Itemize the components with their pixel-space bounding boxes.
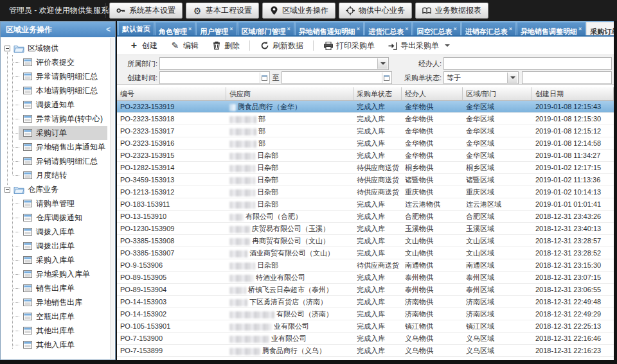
table-row[interactable]: PO-2323-153919腾食品商行（金华）完成入库金华物供金华区域2019-… <box>117 101 614 113</box>
cell-supplier: 日杂部 <box>226 198 353 210</box>
tree-expander-icon[interactable] <box>4 46 10 51</box>
chevron-down-icon[interactable] <box>507 73 517 83</box>
tree-expander-icon[interactable] <box>4 187 10 193</box>
toolbar-button-创建[interactable]: +创建 <box>123 38 163 53</box>
calendar-icon[interactable] <box>382 73 391 83</box>
table-row[interactable]: PO-14-153903下区勇清百货店（济南）完成入库济南物供济南区域2018-… <box>117 296 614 308</box>
toolbar-button-刷新数据[interactable]: 刷新数据 <box>254 38 309 53</box>
column-header-创建日期[interactable]: 创建日期 <box>532 87 614 100</box>
sidebar-item-销售出库单[interactable]: 销售出库单 <box>19 281 107 295</box>
tab-进销存汇总表[interactable]: 进销存汇总表× <box>461 22 516 35</box>
table-row[interactable]: PO-2323-153915日杂部完成入库金华物供金华区域2019-01-08 … <box>117 150 614 162</box>
table-row[interactable]: PO-7-153899腾食品商行（义乌）完成入库义乌物供义乌区域2018-12-… <box>117 345 614 357</box>
sidebar-item-仓库调拨通知[interactable]: 仓库调拨通知 <box>19 211 107 225</box>
table-row[interactable]: PO-89-153905特酒业有限公司完成入库泰州物供泰州区域2018-12-3… <box>117 272 614 284</box>
sidebar-collapse-icon[interactable]: < <box>106 22 111 37</box>
tab-角色管理[interactable]: 角色管理× <box>155 22 195 35</box>
table-row[interactable]: PO-13-153910有限公司（合肥）完成入库合肥物供合肥区域2018-12-… <box>117 211 614 223</box>
sidebar-item-月度结转[interactable]: 月度结转 <box>19 168 107 182</box>
cell-created: 2018-12-31 23:40:13 <box>532 223 614 234</box>
tab-区域/部门管理[interactable]: 区域/部门管理× <box>238 22 294 35</box>
table-row[interactable]: PO-1230-153909庆贸易有限公司（玉溪）完成入库玉溪物供玉溪区域201… <box>117 223 614 235</box>
table-row[interactable]: PO-2323-153917部完成入库金华物供金华区域2019-01-08 12… <box>117 125 614 137</box>
created-to-input[interactable] <box>282 71 392 84</box>
table-row[interactable]: PO-2323-153918部完成入库金华物供金华区域2019-01-08 12… <box>117 113 614 125</box>
sidebar-item-本地请购明细汇总[interactable]: 本地请购明细汇总 <box>19 83 107 98</box>
chevron-down-icon[interactable] <box>377 58 388 69</box>
sidebar-item-调拨出库单[interactable]: 调拨出库单 <box>19 239 107 253</box>
column-header-经办人[interactable]: 经办人 <box>402 87 463 100</box>
tab-异地销售通知明细[interactable]: 异地销售通知明细× <box>295 22 364 35</box>
cell-created: 2019-01-02 12:17:15 <box>532 162 614 173</box>
handler-input[interactable] <box>443 57 612 70</box>
toolbar-button-打印采购单[interactable]: 打印采购单 <box>317 38 380 53</box>
toolbar-button-导出采购单[interactable]: 导出采购单 <box>382 38 456 53</box>
sidebar-item-异地销售出库[interactable]: 异地销售出库 <box>19 295 107 309</box>
redacted-blur <box>229 238 250 245</box>
calendar-icon[interactable] <box>260 73 269 83</box>
created-from-input[interactable] <box>159 71 270 84</box>
sidebar-item-调拨通知单[interactable]: 调拨通知单 <box>19 98 107 112</box>
department-select[interactable] <box>159 57 389 70</box>
menu-button-业务数据报表[interactable]: 业务数据报表 <box>415 3 488 19</box>
table-row[interactable]: PO-3385-153908冉商贸有限公司（文山）完成入库文山物供文山区域201… <box>117 235 614 247</box>
column-header-采购单状态[interactable]: 采购单状态 <box>353 87 402 100</box>
tab-采购订单[interactable]: 采购订单× <box>586 22 614 35</box>
tab-close-icon[interactable]: × <box>188 26 192 32</box>
tab-异地销售调整明细[interactable]: 异地销售调整明细× <box>517 22 586 35</box>
tree-group-仓库业务[interactable]: 仓库业务 <box>4 182 107 196</box>
supplier-visible-text: 酒业商贸有限公司（文山） <box>249 249 334 257</box>
tab-默认首页[interactable]: 默认首页 <box>118 22 154 35</box>
table-row[interactable]: PO-1282-153914日杂部待供应商送货桐乡物供桐乡区域2019-01-0… <box>117 162 614 174</box>
sidebar-item-异销请购明细汇总[interactable]: 异销请购明细汇总 <box>19 154 107 168</box>
table-row[interactable]: PO-2323-153916部完成入库金华物供金华区域2019-01-08 12… <box>117 137 614 150</box>
sidebar-item-其他入库单[interactable]: 其他入库单 <box>19 338 107 349</box>
tab-close-icon[interactable]: × <box>287 26 291 32</box>
table-row[interactable]: PO-105-153901业有限公司完成入库镇江物供镇江区域2018-12-31… <box>117 320 614 333</box>
sidebar-item-异常请购单(转中心)[interactable]: 异常请购单(转中心) <box>19 112 107 126</box>
sidebar-item-其他出库单[interactable]: 其他出库单 <box>19 324 107 338</box>
tab-回空汇总表[interactable]: 回空汇总表× <box>413 22 460 35</box>
sidebar-item-调拨入库单[interactable]: 调拨入库单 <box>19 225 107 239</box>
menu-button-物供中心业务[interactable]: 物供中心业务 <box>339 3 412 19</box>
sidebar-item-异地销售出库通知单[interactable]: 异地销售出库通知单 <box>19 140 107 154</box>
column-header-编号[interactable]: 编号 <box>117 87 226 100</box>
table-row[interactable]: PO-14-153902有限公司（济南）完成入库济南物供济南区域2018-12-… <box>117 308 614 320</box>
menu-button-基本工程设置[interactable]: ⚙基本工程设置 <box>186 3 259 19</box>
tree-group-区域物供[interactable]: 区域物供 <box>4 41 107 55</box>
sidebar-item-异地采购入库单[interactable]: 异地采购入库单 <box>19 267 107 281</box>
table-row[interactable]: PO-89-153904桥镇飞云日杂超市（泰州）完成入库泰州物供泰州区域2018… <box>117 284 614 296</box>
cell-created: 2018-12-31 23:28:52 <box>532 247 614 259</box>
tab-close-icon[interactable]: × <box>453 26 456 32</box>
table-row[interactable]: PO-7-153900业有限公司完成入库义乌物供义乌区域2018-12-31 2… <box>117 333 614 345</box>
cell-order-id: PO-89-153904 <box>117 284 226 295</box>
toolbar-button-删除[interactable]: 删除 <box>206 38 246 53</box>
column-header-供应商[interactable]: 供应商 <box>226 87 353 100</box>
status-operator-select[interactable]: 等于 <box>443 71 519 84</box>
tab-close-icon[interactable]: × <box>578 26 582 32</box>
column-header-区域/部门[interactable]: 区域/部门 <box>463 87 532 100</box>
status-value-input[interactable] <box>522 71 612 84</box>
tab-close-icon[interactable]: × <box>509 26 512 32</box>
table-row[interactable]: PO-183-153911日杂部完成入库连云港物供连云港区域2019-01-01… <box>117 198 614 211</box>
tree-root-line <box>7 49 8 185</box>
sidebar-item-采购订单[interactable]: 采购订单 <box>19 126 107 140</box>
sidebar-item-评价表提交[interactable]: 评价表提交 <box>19 55 107 69</box>
sidebar-item-异常请购明细汇总[interactable]: 异常请购明细汇总 <box>19 69 107 83</box>
tab-用户管理[interactable]: 用户管理× <box>196 22 237 35</box>
toolbar-button-编辑[interactable]: ✎编辑 <box>165 38 204 53</box>
tab-close-icon[interactable]: × <box>405 26 408 32</box>
table-row[interactable]: PO-9-153906日杂部待供应商送货南通物供南通区域2018-12-31 2… <box>117 259 614 272</box>
table-row[interactable]: PO-3385-153907酒业商贸有限公司（文山）完成入库文山物供文山区域20… <box>117 247 614 259</box>
sidebar-item-采购入库单[interactable]: 采购入库单 <box>19 253 107 267</box>
table-row[interactable]: PO-1213-153912日杂部待供应商送货重庆物供重庆区域2019-01-0… <box>117 186 614 198</box>
table-row[interactable]: PO-3459-153913日杂部待供应商送货诸暨物供诸暨区域2019-01-0… <box>117 174 614 186</box>
sidebar-scrollbar[interactable] <box>110 38 114 359</box>
sidebar-item-空瓶出库单[interactable]: 空瓶出库单 <box>19 309 107 324</box>
sidebar-item-请购单管理[interactable]: 请购单管理 <box>19 196 107 211</box>
tab-进货汇总表[interactable]: 进货汇总表× <box>364 22 412 35</box>
tab-close-icon[interactable]: × <box>229 26 233 32</box>
menu-button-系统基本设置[interactable]: 系统基本设置 <box>109 3 183 19</box>
tab-close-icon[interactable]: × <box>357 26 360 32</box>
menu-button-区域业务操作[interactable]: 区域业务操作 <box>262 3 335 19</box>
